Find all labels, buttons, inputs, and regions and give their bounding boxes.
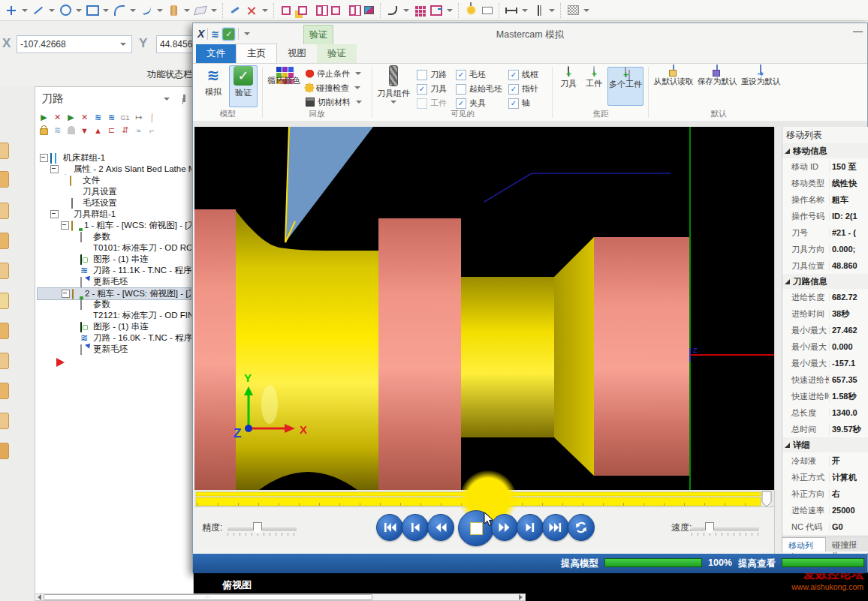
tab-home[interactable]: 主页: [236, 44, 277, 63]
cut-material-button[interactable]: 切削材料: [306, 95, 364, 109]
create-line-icon[interactable]: [31, 3, 46, 18]
verify-quick-icon[interactable]: ✓: [222, 28, 235, 41]
tree-item-operation-1[interactable]: 1 - 粗车 - [WCS: 俯视图] - [刀具面: [37, 220, 191, 231]
recalc-icon[interactable]: ⌐: [146, 125, 158, 136]
select-all-operations-icon[interactable]: ▶: [38, 112, 50, 123]
dock-icon[interactable]: [0, 143, 9, 159]
insert-position-marker[interactable]: [37, 356, 191, 368]
tab-file[interactable]: 文件: [196, 44, 236, 63]
dimension-vertical-icon[interactable]: [531, 3, 546, 18]
tree-item-toolpath-file[interactable]: ≋刀路 - 16.0K - T.NC - 程序号码: [37, 332, 191, 344]
dock-icon[interactable]: [0, 293, 9, 309]
save-defaults-button[interactable]: 保存为默认: [696, 65, 738, 107]
fast-rewind-button[interactable]: [427, 514, 454, 541]
dropdown-arrow-icon[interactable]: [354, 86, 360, 89]
dropdown-arrow-icon[interactable]: [403, 9, 409, 12]
xform-translate-icon[interactable]: [279, 3, 294, 18]
focus-workpiece-button[interactable]: + 工件: [582, 67, 606, 106]
trim-op-icon[interactable]: ≈: [133, 125, 144, 136]
panel-arrow-icon[interactable]: [429, 3, 444, 18]
simulate-quick-icon[interactable]: ≋: [211, 29, 219, 40]
collapse-icon[interactable]: [40, 154, 48, 162]
deselect-tool-icon[interactable]: ✕: [79, 112, 90, 123]
dropdown-arrow-icon[interactable]: [211, 9, 217, 12]
tab-verify[interactable]: 验证: [317, 44, 357, 63]
analyze-position-icon[interactable]: [463, 3, 478, 18]
collapse-icon[interactable]: [62, 290, 70, 298]
section-details[interactable]: 详细: [782, 437, 868, 452]
x-coordinate-input[interactable]: -107.42668: [17, 35, 132, 53]
precision-slider[interactable]: [228, 527, 297, 530]
dropdown-arrow-icon[interactable]: [184, 9, 190, 12]
tree-item-properties[interactable]: 属性 - 2 Axis Slant Bed Lathe MM: [37, 164, 191, 175]
create-circle-icon[interactable]: [58, 3, 73, 18]
tree-item-stock-setup[interactable]: 毛坯设置: [37, 197, 191, 209]
checkbox-stock[interactable]: ✓毛坯: [456, 69, 486, 80]
title-bar[interactable]: X ≋ ✓ 验证 Mastercam 模拟 —: [193, 23, 867, 44]
mastercam-logo-icon[interactable]: X: [197, 28, 204, 40]
dropdown-arrow-icon[interactable]: [49, 9, 55, 12]
dropdown-arrow-icon[interactable]: [262, 9, 268, 12]
delete-icon[interactable]: [244, 3, 259, 18]
checkbox-axes[interactable]: ✓轴: [508, 98, 530, 109]
tree-item-parameters[interactable]: 参数: [37, 299, 191, 310]
collapse-icon[interactable]: [61, 221, 69, 230]
xform-mirror-icon[interactable]: [312, 3, 327, 18]
simulation-viewport[interactable]: Z Y X Z: [194, 127, 774, 506]
dropdown-arrow-icon[interactable]: [356, 101, 362, 104]
minimize-button[interactable]: —: [853, 26, 863, 37]
tree-item-update-stock[interactable]: 更新毛坯: [37, 276, 191, 287]
checkbox-tool[interactable]: ✓刀具: [417, 83, 447, 95]
section-move-info[interactable]: 移动信息: [782, 143, 868, 158]
tree-item-tool-t2121[interactable]: T2121: 标准车刀 - OD FINISH: [37, 310, 191, 321]
load-defaults-button[interactable]: 从默认读取: [653, 65, 695, 107]
dropdown-arrow-icon[interactable]: [583, 9, 589, 12]
scroll-right-icon[interactable]: [519, 594, 523, 600]
edit-icon[interactable]: ／: [144, 110, 160, 125]
dock-icon[interactable]: [0, 413, 9, 429]
create-point-icon[interactable]: [4, 3, 19, 18]
dimension-horizontal-icon[interactable]: [504, 3, 519, 18]
g1-simulate-icon[interactable]: G1: [119, 112, 131, 123]
surface-sweep-icon[interactable]: [193, 3, 208, 18]
step-forward-button[interactable]: [517, 514, 544, 541]
regenerate-toolpath-icon[interactable]: ≋: [92, 112, 104, 123]
dropdown-arrow-icon[interactable]: [76, 9, 82, 12]
checkbox-workpiece[interactable]: ✓工件: [417, 98, 447, 109]
tab-move-list[interactable]: 移动列表: [782, 537, 826, 551]
focus-tool-button[interactable]: + 刀具: [556, 67, 580, 106]
xform-project-icon[interactable]: [361, 3, 376, 18]
dock-icon[interactable]: [0, 233, 9, 249]
dock-icon[interactable]: [0, 353, 9, 369]
solid-cylinder-icon[interactable]: [166, 3, 181, 18]
go-to-start-button[interactable]: [376, 514, 403, 541]
deselect-all-operations-icon[interactable]: ✕: [52, 112, 63, 123]
simulate-button[interactable]: ≋ 模拟: [199, 65, 228, 107]
tree-item-tool-t0101[interactable]: T0101: 标准车刀 - OD ROUGH: [37, 242, 191, 254]
dropdown-arrow-icon[interactable]: [120, 43, 126, 46]
post-icon[interactable]: ↦: [133, 112, 144, 123]
stop-conditions-button[interactable]: 停止条件: [306, 67, 363, 80]
dropdown-arrow-icon[interactable]: [355, 72, 361, 75]
dock-icon[interactable]: [0, 323, 9, 339]
scrollbar-thumb[interactable]: ⋯: [44, 594, 372, 600]
pattern-grid-icon[interactable]: [412, 3, 427, 18]
horizontal-scrollbar[interactable]: ⋯: [35, 593, 526, 601]
create-fillet-icon[interactable]: [112, 3, 127, 18]
tree-item-tool-settings[interactable]: 刀具设置: [37, 186, 191, 197]
speed-slider[interactable]: [692, 527, 759, 530]
tree-item-update-stock[interactable]: 更新毛坯: [37, 344, 191, 355]
toggle-toolpath-display-icon[interactable]: ≋: [52, 125, 63, 136]
collapse-icon[interactable]: [50, 165, 59, 173]
trim-icon[interactable]: [228, 3, 243, 18]
hatch-icon[interactable]: [565, 3, 580, 18]
create-rectangle-icon[interactable]: [85, 3, 100, 18]
tree-item-geometry[interactable]: 图形 - (1) 串连: [37, 254, 191, 265]
scroll-left-icon[interactable]: [38, 594, 41, 600]
checkbox-pointer[interactable]: ✓指针: [508, 83, 538, 95]
regenerate-all-icon[interactable]: ≋: [106, 112, 117, 123]
tab-collision-report[interactable]: 碰撞报告: [826, 537, 868, 551]
ghost-operations-icon[interactable]: [65, 125, 77, 136]
dropdown-arrow-icon[interactable]: [22, 9, 28, 12]
pin-icon[interactable]: [183, 95, 185, 102]
